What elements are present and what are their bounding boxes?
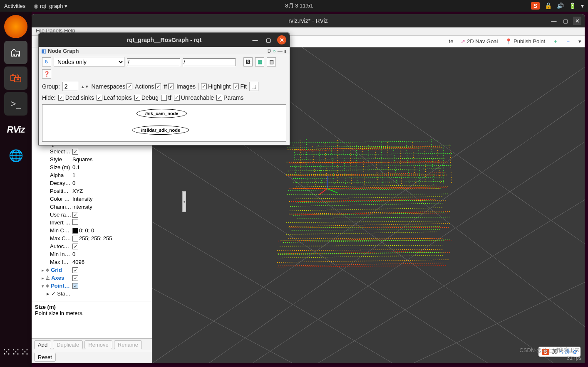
property-list[interactable]: Queue Size10Selectable✓StyleSquaresSize … xyxy=(32,139,152,301)
publish-point-tool[interactable]: 📍 Publish Point xyxy=(505,38,545,44)
close-button[interactable]: ✕ xyxy=(573,17,581,25)
app-menu[interactable]: ◉ rqt_graph ▾ xyxy=(34,3,67,9)
svg-line-92 xyxy=(425,151,426,185)
save-dot-button[interactable]: ▦ xyxy=(255,57,264,67)
filter-input-1[interactable] xyxy=(127,58,180,66)
rqt-minimize-button[interactable]: — xyxy=(251,35,260,44)
rqt-window[interactable]: rqt_graph__RosGraph - rqt — ▢ ✕ ◧ Node G… xyxy=(38,32,290,145)
tf-checkbox[interactable]: tf ✓ xyxy=(164,83,174,90)
svg-line-93 xyxy=(431,139,434,185)
a11y-icon[interactable]: 🔓 xyxy=(545,2,552,9)
files-icon[interactable]: 🗂 xyxy=(4,41,27,64)
battery-icon[interactable]: 🔋 xyxy=(569,2,576,9)
svg-line-98 xyxy=(327,189,337,193)
duplicate-button[interactable]: Duplicate xyxy=(53,340,83,349)
system-menu-icon[interactable]: ▾ xyxy=(581,2,584,9)
help-button[interactable]: ❓ xyxy=(42,69,51,79)
rviz-icon[interactable]: RViz xyxy=(4,118,27,141)
prop-size--m-[interactable]: Size (m)0.1 xyxy=(35,163,150,171)
leaftopics-checkbox[interactable]: ✓ Leaf topics xyxy=(97,94,132,101)
panel-collapse-handle[interactable]: ◂ xyxy=(182,191,186,212)
prop-color-tra---[interactable]: Color Tra...Intensity xyxy=(35,195,150,203)
namespaces-checkbox[interactable]: Namespaces ✓ xyxy=(92,83,133,90)
refresh-button[interactable]: ↻ xyxy=(42,57,51,67)
svg-line-79 xyxy=(344,150,345,185)
deadsinks-checkbox[interactable]: ✓ Dead sinks xyxy=(58,94,94,101)
svg-line-99 xyxy=(319,189,327,195)
params-checkbox[interactable]: ✓ Params xyxy=(216,94,243,101)
add-button[interactable]: Add xyxy=(34,340,51,349)
tool-minus-icon[interactable]: － xyxy=(566,38,571,45)
firefox-icon[interactable] xyxy=(4,15,27,38)
rqt-header-icon-3[interactable]: — ∎ xyxy=(278,48,287,54)
tree-pc2[interactable]: ▾ ❖ PointCloud2✓ xyxy=(35,282,150,290)
images-checkbox[interactable]: Images xyxy=(176,83,196,90)
pose-estimate-tool[interactable]: te xyxy=(449,38,454,44)
rename-button[interactable]: Rename xyxy=(114,340,142,349)
actions-checkbox[interactable]: Actions ✓ xyxy=(135,83,161,90)
tree-status[interactable]: ▸ ✓ Status: Ok xyxy=(35,290,150,298)
tf-hide-checkbox[interactable]: tf xyxy=(161,94,171,101)
svg-line-8 xyxy=(152,288,340,363)
prop-max-inten---[interactable]: Max Inten...4096 xyxy=(35,258,150,266)
node-filter-select[interactable]: Nodes only xyxy=(54,57,124,67)
ime-indicator-icon[interactable]: S xyxy=(531,2,540,10)
tree-axes[interactable]: ▸ ⏃ Axes✓ xyxy=(35,274,150,282)
prop-style[interactable]: StyleSquares xyxy=(35,155,150,163)
prop-alpha[interactable]: Alpha1 xyxy=(35,171,150,179)
maximize-button[interactable]: ▢ xyxy=(561,17,570,25)
browser-icon[interactable]: 🌐 xyxy=(4,144,27,167)
prop-channel-n---[interactable]: Channel N...intensity xyxy=(35,203,150,211)
svg-line-68 xyxy=(277,260,449,263)
software-icon[interactable]: 🛍 xyxy=(4,67,27,90)
fit-checkbox[interactable]: ✓ Fit xyxy=(233,83,247,90)
reset-button[interactable]: Reset xyxy=(34,353,56,362)
group-depth-input[interactable] xyxy=(62,82,78,91)
prop-decay-time[interactable]: Decay Time0 xyxy=(35,179,150,187)
rqt-dock-icon[interactable]: ◧ xyxy=(41,48,46,54)
activities-button[interactable]: Activities xyxy=(4,3,25,9)
svg-line-11 xyxy=(285,141,439,143)
svg-line-55 xyxy=(286,232,437,234)
prop-position-t---[interactable]: Position T...XYZ xyxy=(35,187,150,195)
tool-plus-icon[interactable]: ＋ xyxy=(553,38,558,45)
graph-node-hik-cam[interactable]: /hik_cam_node xyxy=(136,109,187,118)
prop-min-inten---[interactable]: Min Inten...0 xyxy=(35,250,150,258)
rqt-maximize-button[interactable]: ▢ xyxy=(264,35,273,44)
prop-autocom---[interactable]: Autocom...✓ xyxy=(35,242,150,250)
clock[interactable]: 8月 3 11:51 xyxy=(67,2,531,10)
tree-grid[interactable]: ▸ ❖ Grid✓ xyxy=(35,266,150,274)
prop-invert-rai---[interactable]: Invert Rai... xyxy=(35,219,150,227)
highlight-checkbox[interactable]: ✓ Highlight xyxy=(201,83,231,90)
debug-checkbox[interactable]: ✓ Debug xyxy=(134,94,159,101)
load-button[interactable]: ▥ xyxy=(267,57,276,67)
prop-min-color[interactable]: Min Color0; 0; 0 xyxy=(35,227,150,234)
rviz-titlebar[interactable]: rviz.rviz* - RViz — ▢ ✕ xyxy=(32,14,585,27)
rqt-titlebar[interactable]: rqt_graph__RosGraph - rqt — ▢ ✕ xyxy=(39,33,290,47)
volume-icon[interactable]: 🔊 xyxy=(557,2,564,9)
rqt-close-button[interactable]: ✕ xyxy=(277,35,286,44)
show-apps-icon[interactable]: ⁙⁙⁙ xyxy=(2,346,30,359)
svg-line-96 xyxy=(450,145,452,185)
rqt-graph-canvas[interactable]: /hik_cam_node /rslidar_sdk_node xyxy=(42,104,286,142)
rqt-header-icon-1[interactable]: D xyxy=(268,48,271,54)
svg-line-23 xyxy=(290,165,452,167)
minimize-button[interactable]: — xyxy=(550,17,558,25)
rqt-header-icon-2[interactable]: ○ xyxy=(273,48,275,54)
terminal-icon[interactable]: >_ xyxy=(4,92,27,116)
svg-line-25 xyxy=(286,174,436,175)
group-label: Group: xyxy=(42,83,60,90)
prop-selectable[interactable]: Selectable✓ xyxy=(35,148,150,155)
unreachable-checkbox[interactable]: ✓ Unreachable xyxy=(174,94,214,101)
nav-goal-tool[interactable]: ↗ 2D Nav Goal xyxy=(461,38,498,44)
svg-line-32 xyxy=(293,187,448,189)
prop-max-color[interactable]: Max Color255; 255; 255 xyxy=(35,234,150,242)
remove-button[interactable]: Remove xyxy=(84,340,112,349)
graph-node-rslidar[interactable]: /rslidar_sdk_node xyxy=(132,126,189,135)
tool-more-icon[interactable]: ▾ xyxy=(578,38,581,44)
rqt-title: rqt_graph__RosGraph - rqt xyxy=(127,37,202,43)
save-image-button[interactable]: 🖼 xyxy=(243,57,253,67)
fit-icon[interactable]: ⬚ xyxy=(249,82,258,91)
filter-input-2[interactable] xyxy=(183,58,236,66)
prop-use-rainbow[interactable]: Use rainbow✓ xyxy=(35,211,150,219)
